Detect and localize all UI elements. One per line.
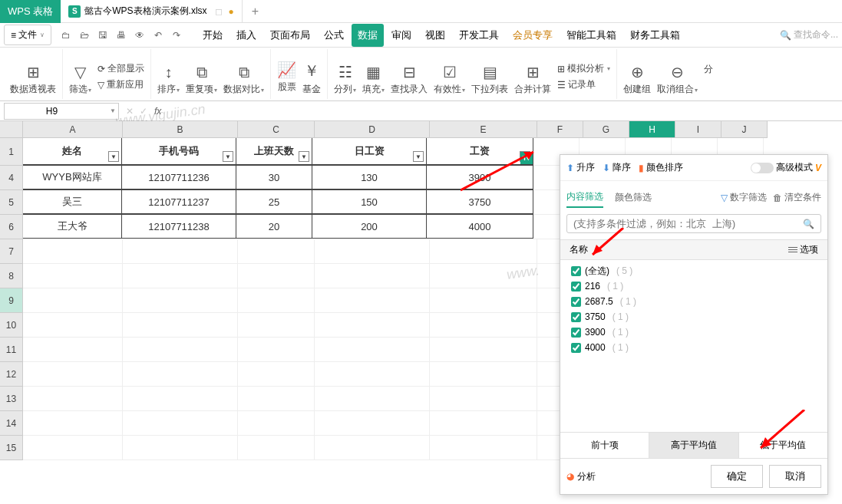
- row-header-12[interactable]: 12: [0, 362, 23, 387]
- row-header-15[interactable]: 15: [0, 436, 23, 460]
- fill-button[interactable]: ▦填充▾: [361, 61, 386, 97]
- cell[interactable]: 日工资▼: [312, 137, 427, 165]
- cell[interactable]: [430, 362, 537, 387]
- column-header-C[interactable]: C: [238, 121, 315, 138]
- create-group-button[interactable]: ⊕创建组: [622, 61, 652, 97]
- content-filter-tab[interactable]: 内容筛选: [566, 187, 603, 208]
- cell[interactable]: [430, 264, 537, 288]
- cell[interactable]: [238, 362, 315, 387]
- filter-item[interactable]: 3750( 1 ): [560, 309, 827, 324]
- cell[interactable]: [315, 338, 430, 362]
- cell[interactable]: [238, 313, 315, 338]
- filter-checkbox[interactable]: [571, 312, 581, 322]
- options-button[interactable]: 选项: [788, 243, 818, 256]
- split-button[interactable]: ☷分列▾: [332, 61, 358, 97]
- cell[interactable]: 王大爷: [22, 214, 122, 239]
- cell[interactable]: [23, 264, 123, 288]
- cell[interactable]: [430, 338, 537, 362]
- cell[interactable]: 手机号码▼: [121, 137, 236, 165]
- row-header-1[interactable]: 1: [0, 138, 23, 166]
- filter-item[interactable]: (全选)( 5 ): [560, 263, 827, 278]
- cancel-button[interactable]: 取消: [769, 465, 821, 488]
- row-header-14[interactable]: 14: [0, 411, 23, 436]
- filter-dropdown-icon[interactable]: ▼: [108, 151, 119, 162]
- formula-input[interactable]: [165, 103, 842, 120]
- filter-item[interactable]: 2687.5( 1 ): [560, 294, 827, 309]
- cell[interactable]: [315, 387, 430, 411]
- cell[interactable]: [315, 264, 430, 288]
- cell[interactable]: [315, 239, 430, 264]
- advanced-toggle[interactable]: [751, 163, 774, 173]
- cell[interactable]: 30: [236, 165, 312, 189]
- cell[interactable]: [123, 362, 238, 387]
- reapply-button[interactable]: ▽重新应用: [96, 77, 146, 92]
- cell[interactable]: 12107711237: [121, 189, 236, 214]
- tab-member[interactable]: 会员专享: [507, 24, 559, 47]
- row-header-5[interactable]: 5: [0, 190, 23, 215]
- filter-checkbox[interactable]: [571, 328, 581, 338]
- cell[interactable]: [123, 436, 238, 460]
- color-filter-tab[interactable]: 颜色筛选: [615, 188, 652, 207]
- cell[interactable]: 吴三: [22, 189, 122, 214]
- filter-dropdown-icon[interactable]: ▼: [413, 151, 424, 162]
- row-header-6[interactable]: 6: [0, 215, 23, 239]
- cell[interactable]: [123, 264, 238, 288]
- cell[interactable]: [123, 313, 238, 338]
- cell[interactable]: [315, 313, 430, 338]
- row-header-7[interactable]: 7: [0, 239, 23, 264]
- cell[interactable]: [123, 387, 238, 411]
- tab-finance-tools[interactable]: 财务工具箱: [624, 24, 686, 47]
- column-header-G[interactable]: G: [583, 121, 629, 138]
- cell[interactable]: [315, 436, 430, 460]
- cell[interactable]: [238, 239, 315, 264]
- cell[interactable]: 4000: [426, 214, 533, 239]
- filter-checkbox[interactable]: [571, 297, 581, 307]
- filter-checkbox[interactable]: [571, 282, 581, 292]
- qat-undo-icon[interactable]: ↶: [150, 27, 167, 44]
- column-header-B[interactable]: B: [123, 121, 238, 138]
- qat-preview-icon[interactable]: 👁: [131, 27, 148, 44]
- fx-cancel-icon[interactable]: ✕: [126, 106, 134, 117]
- active-filter-icon[interactable]: T▾: [520, 152, 533, 164]
- tab-view[interactable]: 视图: [419, 24, 451, 47]
- cell[interactable]: [23, 387, 123, 411]
- qat-save-icon[interactable]: 🖫: [94, 27, 111, 44]
- dropdown-list-button[interactable]: ▤下拉列表: [470, 61, 510, 97]
- cell[interactable]: [123, 338, 238, 362]
- sort-asc-button[interactable]: ⬆升序: [566, 161, 595, 174]
- filter-dropdown-icon[interactable]: ▼: [299, 151, 309, 162]
- compare-button[interactable]: ⧉数据对比▾: [222, 62, 266, 97]
- cell[interactable]: 200: [312, 214, 427, 239]
- row-header-4[interactable]: 4: [0, 166, 23, 190]
- document-tab[interactable]: S 懿古今WPS表格演示案例.xlsx ◻ ●: [61, 0, 243, 23]
- filter-item[interactable]: 4000( 1 ): [560, 340, 827, 355]
- subtotal-button[interactable]: 分: [702, 61, 715, 97]
- tab-page-layout[interactable]: 页面布局: [264, 24, 316, 47]
- cell[interactable]: [123, 239, 238, 264]
- row-header-11[interactable]: 11: [0, 338, 23, 362]
- pivot-table-button[interactable]: ⊞ 数据透视表: [8, 61, 58, 97]
- cell[interactable]: [430, 313, 537, 338]
- sort-button[interactable]: ↕排序▾: [156, 62, 181, 97]
- column-header-E[interactable]: E: [430, 121, 537, 138]
- validity-button[interactable]: ☑有效性▾: [432, 61, 467, 97]
- cell[interactable]: [430, 239, 537, 264]
- select-all-corner[interactable]: [0, 121, 23, 138]
- cell[interactable]: [23, 436, 123, 460]
- ungroup-button[interactable]: ⊖取消组合▾: [655, 61, 699, 97]
- sort-desc-button[interactable]: ⬇降序: [603, 161, 631, 174]
- record-button[interactable]: ☰记录单: [556, 77, 612, 92]
- filter-item[interactable]: 216( 1 ): [560, 278, 827, 294]
- cell[interactable]: [238, 436, 315, 460]
- filter-search-input[interactable]: [573, 218, 803, 229]
- column-header-H[interactable]: H: [629, 121, 675, 138]
- tab-smart-tools[interactable]: 智能工具箱: [560, 24, 622, 47]
- tab-insert[interactable]: 插入: [230, 24, 263, 47]
- cell[interactable]: 工资▼T▾: [426, 137, 533, 165]
- cell[interactable]: 25: [236, 189, 312, 214]
- tab-review[interactable]: 审阅: [385, 24, 418, 47]
- cell[interactable]: [123, 411, 238, 436]
- cell[interactable]: [23, 338, 123, 362]
- stock-button[interactable]: 📈股票: [276, 59, 298, 97]
- new-tab-button[interactable]: +: [243, 5, 268, 18]
